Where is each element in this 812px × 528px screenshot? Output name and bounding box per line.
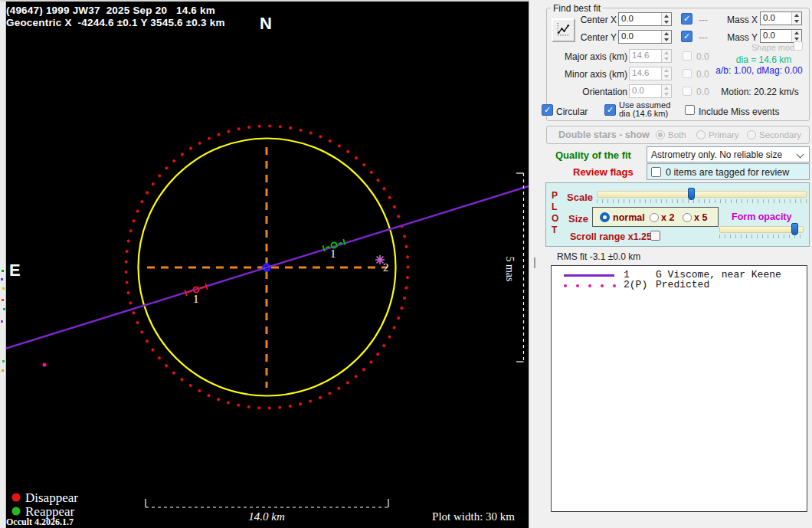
predicted-swatch-dot (564, 284, 567, 287)
mass-y-value: 0.0 (761, 30, 791, 42)
shape-model-checkbox (794, 41, 803, 51)
major-axis-spinner: 14.6 (629, 49, 672, 63)
major-axis-checkbox (683, 51, 692, 61)
mass-y-spin-buttons[interactable] (791, 30, 801, 42)
minor-axis-flag: 0.0 (696, 69, 709, 80)
size-normal-label: normal (613, 212, 645, 223)
size-normal-radio[interactable] (600, 212, 610, 222)
orientation-spinner: 0.0 (629, 84, 672, 98)
major-axis-flag: 0.0 (696, 51, 709, 62)
center-x-spin-buttons[interactable] (661, 13, 671, 25)
diameter-readout: dia = 14.6 km (725, 54, 802, 65)
splitter-handle[interactable] (534, 257, 535, 268)
top-border (0, 0, 529, 2)
double-stars-secondary-label: Secondary (759, 130, 801, 139)
mass-x-spin-buttons[interactable] (791, 12, 801, 25)
plot-letter-o: O (552, 213, 558, 224)
compass-east-label: E (9, 261, 21, 280)
use-assumed-label: Use assumed dia (14.6 km) (619, 101, 674, 118)
minor-axis-value: 14.6 (630, 67, 661, 80)
orientation-checkbox (683, 87, 692, 96)
plot-title-line1: (49647) 1999 JW37 2025 Sep 20 14.6 km (6, 5, 215, 16)
quality-select-value: Astrometry only. No reliable size (647, 149, 782, 160)
size-x2-label: x 2 (661, 212, 674, 223)
circular-checkbox[interactable] (542, 104, 553, 116)
form-opacity-slider-thumb[interactable] (791, 223, 798, 235)
double-stars-secondary-radio (747, 130, 756, 139)
size-x2-radio[interactable] (650, 213, 659, 222)
chord1-reappear-label: 1 (330, 248, 336, 261)
size-radio-group: normal x 2 x 5 (592, 207, 719, 227)
double-stars-both-label: Both (668, 130, 686, 139)
control-panel: Find best fit Center X 0.0 --- Mass X 0.… (529, 0, 812, 528)
mass-x-spinner[interactable]: 0.0 (760, 11, 802, 25)
center-x-value: 0.0 (619, 13, 661, 25)
include-miss-checkbox[interactable] (685, 105, 695, 115)
chord-listbox[interactable]: 1 G Viscome, near Keene 2(P) Predicted (551, 265, 807, 512)
legend-reappear-dot (12, 507, 21, 516)
legend-disappear-dot (12, 494, 21, 502)
app-version-label: Occult 4.2026.1.7 (6, 517, 74, 528)
double-stars-primary-radio (696, 130, 706, 139)
form-opacity-label: Form opacity (732, 212, 792, 222)
chord1-line-swatch (564, 274, 614, 277)
mass-x-value: 0.0 (761, 12, 791, 25)
scroll-range-checkbox[interactable] (650, 231, 660, 241)
review-flags-label: Review flags (573, 166, 634, 178)
quality-select[interactable]: Astrometry only. No reliable size (647, 146, 810, 162)
review-flags-field: 0 items are tagged for review (647, 163, 810, 180)
center-y-spin-buttons[interactable] (661, 31, 671, 43)
minor-axis-checkbox (683, 69, 692, 78)
left-edge-strip (0, 0, 6, 528)
center-y-flag: --- (699, 32, 708, 43)
vertical-scale-bar (516, 173, 524, 362)
scale-slider[interactable] (597, 191, 807, 203)
compass-north-label: N (260, 14, 272, 34)
major-axis-value: 14.6 (630, 50, 661, 62)
center-y-label: Center Y (574, 32, 617, 43)
scale-slider-thumb[interactable] (688, 188, 695, 200)
review-flags-checkbox[interactable] (651, 167, 661, 177)
major-axis-label: Major axis (km) (545, 51, 627, 62)
chevron-down-icon (797, 151, 804, 159)
minor-axis-spinner: 14.6 (629, 67, 672, 80)
quality-of-fit-label: Quality of the fit (555, 149, 631, 161)
center-y-spinner[interactable]: 0.0 (618, 30, 672, 44)
mass-x-label: Mass X (722, 15, 758, 25)
size-x5-radio[interactable] (683, 213, 692, 222)
orientation-label: Orientation (545, 87, 627, 97)
find-best-fit-button[interactable] (552, 18, 575, 42)
plot-controls-box: P L O T Scale Size normal x 2 x 5 Form o… (545, 182, 810, 247)
center-x-flag: --- (699, 15, 708, 25)
scale-slider-ticks (597, 199, 807, 203)
legend-disappear-label: Disappear (25, 490, 78, 506)
center-x-checkbox[interactable] (681, 13, 692, 25)
chord-line (0, 186, 529, 350)
occult-window: (49647) 1999 JW37 2025 Sep 20 14.6 km Ge… (0, 0, 812, 528)
center-y-checkbox[interactable] (681, 31, 692, 42)
scale-slider-track[interactable] (597, 191, 807, 198)
size-x5-label: x 5 (694, 212, 707, 223)
occultation-plot-canvas[interactable]: (49647) 1999 JW37 2025 Sep 20 14.6 km Ge… (0, 0, 529, 528)
size-group-label: Size (568, 213, 588, 225)
mass-y-label: Mass Y (722, 32, 758, 43)
ab-ratio-readout: a/b: 1.00, dMag: 0.00 (713, 65, 805, 76)
use-assumed-checkbox[interactable] (604, 104, 616, 116)
plot-graphics (0, 0, 529, 528)
center-y-value: 0.0 (619, 31, 661, 43)
double-stars-primary-label: Primary (709, 130, 739, 139)
center-x-label: Center X (574, 15, 617, 25)
minor-axis-label: Minor axis (km) (545, 69, 627, 80)
horizontal-scale-bar (146, 499, 388, 507)
vertical-scale-label: 5 mas (503, 252, 516, 286)
chord2-id: 2(P) (624, 279, 647, 290)
scale-slider-label: Scale (567, 192, 593, 203)
orientation-value: 0.0 (630, 85, 661, 97)
form-opacity-slider[interactable] (719, 226, 804, 238)
center-x-spinner[interactable]: 0.0 (618, 12, 672, 26)
plot-width-label: Plot width: 30 km (414, 510, 515, 523)
find-best-fit-title: Find best fit (551, 3, 603, 14)
rms-fit-label: RMS fit -3.1 ±0.0 km (557, 251, 640, 262)
review-flags-text: 0 items are tagged for review (666, 167, 789, 178)
fit-chart-icon (555, 21, 571, 38)
